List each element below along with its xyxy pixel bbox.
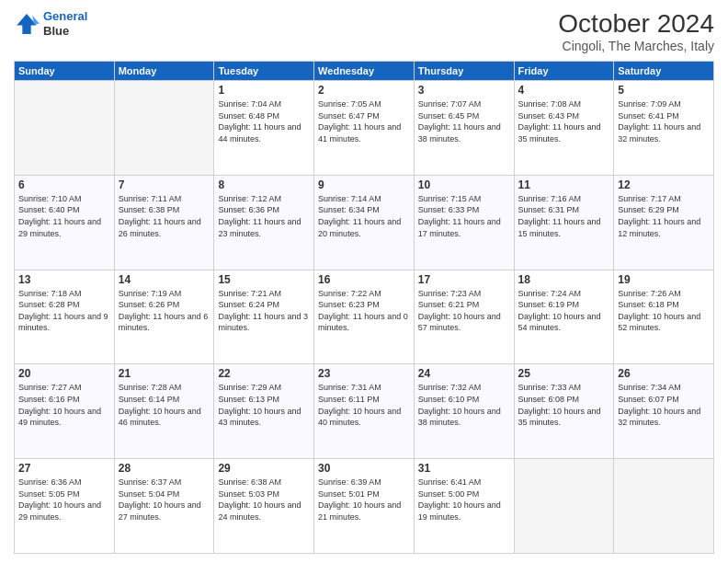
- calendar-cell: 27Sunrise: 6:36 AM Sunset: 5:05 PM Dayli…: [15, 459, 115, 554]
- day-number: 22: [218, 367, 310, 380]
- logo-line1: General: [43, 9, 87, 23]
- day-info: Sunrise: 6:41 AM Sunset: 5:00 PM Dayligh…: [418, 477, 510, 523]
- day-info: Sunrise: 7:32 AM Sunset: 6:10 PM Dayligh…: [418, 382, 510, 428]
- calendar-cell: 15Sunrise: 7:21 AM Sunset: 6:24 PM Dayli…: [214, 270, 314, 364]
- day-info: Sunrise: 7:14 AM Sunset: 6:34 PM Dayligh…: [318, 193, 410, 239]
- day-number: 8: [218, 178, 310, 191]
- day-info: Sunrise: 7:34 AM Sunset: 6:07 PM Dayligh…: [618, 382, 710, 428]
- day-number: 29: [218, 462, 310, 475]
- calendar-cell: 1Sunrise: 7:04 AM Sunset: 6:48 PM Daylig…: [214, 81, 314, 176]
- day-number: 13: [18, 273, 110, 286]
- calendar-cell: 26Sunrise: 7:34 AM Sunset: 6:07 PM Dayli…: [614, 364, 714, 459]
- calendar-week-1: 1Sunrise: 7:04 AM Sunset: 6:48 PM Daylig…: [15, 81, 714, 176]
- calendar-cell: 4Sunrise: 7:08 AM Sunset: 6:43 PM Daylig…: [514, 81, 614, 176]
- day-number: 26: [618, 367, 710, 380]
- calendar-cell: [15, 81, 115, 176]
- day-number: 5: [618, 84, 710, 97]
- day-number: 12: [618, 178, 710, 191]
- day-number: 2: [318, 84, 410, 97]
- day-number: 9: [318, 178, 410, 191]
- calendar-week-5: 27Sunrise: 6:36 AM Sunset: 5:05 PM Dayli…: [15, 459, 714, 554]
- calendar-week-4: 20Sunrise: 7:27 AM Sunset: 6:16 PM Dayli…: [15, 364, 714, 459]
- day-info: Sunrise: 6:39 AM Sunset: 5:01 PM Dayligh…: [318, 477, 410, 523]
- day-info: Sunrise: 7:24 AM Sunset: 6:19 PM Dayligh…: [518, 288, 610, 334]
- day-number: 11: [518, 178, 610, 191]
- day-info: Sunrise: 7:23 AM Sunset: 6:21 PM Dayligh…: [418, 288, 510, 334]
- day-number: 16: [318, 273, 410, 286]
- day-number: 18: [518, 273, 610, 286]
- calendar-cell: 24Sunrise: 7:32 AM Sunset: 6:10 PM Dayli…: [414, 364, 514, 459]
- weekday-header-thursday: Thursday: [414, 62, 514, 81]
- day-info: Sunrise: 7:27 AM Sunset: 6:16 PM Dayligh…: [18, 382, 110, 428]
- calendar-cell: 23Sunrise: 7:31 AM Sunset: 6:11 PM Dayli…: [314, 364, 415, 459]
- weekday-header-friday: Friday: [514, 62, 614, 81]
- day-number: 20: [18, 367, 110, 380]
- calendar-cell: 7Sunrise: 7:11 AM Sunset: 6:38 PM Daylig…: [114, 175, 214, 270]
- calendar-cell: 10Sunrise: 7:15 AM Sunset: 6:33 PM Dayli…: [414, 175, 514, 270]
- day-info: Sunrise: 7:21 AM Sunset: 6:24 PM Dayligh…: [218, 288, 310, 334]
- weekday-header-saturday: Saturday: [614, 62, 714, 81]
- logo-icon: [14, 11, 40, 37]
- title-block: October 2024 Cingoli, The Marches, Italy: [558, 9, 714, 53]
- logo: General Blue: [14, 9, 87, 38]
- location-title: Cingoli, The Marches, Italy: [558, 39, 714, 53]
- weekday-header-monday: Monday: [114, 62, 214, 81]
- logo-text: General Blue: [43, 9, 87, 38]
- calendar-cell: 18Sunrise: 7:24 AM Sunset: 6:19 PM Dayli…: [514, 270, 614, 364]
- day-info: Sunrise: 7:16 AM Sunset: 6:31 PM Dayligh…: [518, 193, 610, 239]
- day-info: Sunrise: 7:22 AM Sunset: 6:23 PM Dayligh…: [318, 288, 410, 334]
- day-number: 7: [119, 178, 210, 191]
- day-info: Sunrise: 6:36 AM Sunset: 5:05 PM Dayligh…: [18, 477, 110, 523]
- day-number: 19: [618, 273, 710, 286]
- calendar-cell: 16Sunrise: 7:22 AM Sunset: 6:23 PM Dayli…: [314, 270, 415, 364]
- calendar-cell: 11Sunrise: 7:16 AM Sunset: 6:31 PM Dayli…: [514, 175, 614, 270]
- day-number: 23: [318, 367, 410, 380]
- calendar-week-3: 13Sunrise: 7:18 AM Sunset: 6:28 PM Dayli…: [15, 270, 714, 364]
- day-number: 14: [119, 273, 210, 286]
- day-info: Sunrise: 7:11 AM Sunset: 6:38 PM Dayligh…: [119, 193, 210, 239]
- calendar-cell: 12Sunrise: 7:17 AM Sunset: 6:29 PM Dayli…: [614, 175, 714, 270]
- day-info: Sunrise: 7:09 AM Sunset: 6:41 PM Dayligh…: [618, 98, 710, 144]
- calendar-cell: 3Sunrise: 7:07 AM Sunset: 6:45 PM Daylig…: [414, 81, 514, 176]
- weekday-header-sunday: Sunday: [15, 62, 115, 81]
- day-number: 6: [18, 178, 110, 191]
- day-number: 24: [418, 367, 510, 380]
- day-number: 31: [418, 462, 510, 475]
- month-title: October 2024: [558, 9, 714, 39]
- calendar-cell: 21Sunrise: 7:28 AM Sunset: 6:14 PM Dayli…: [114, 364, 214, 459]
- day-info: Sunrise: 7:28 AM Sunset: 6:14 PM Dayligh…: [119, 382, 210, 428]
- calendar-cell: 25Sunrise: 7:33 AM Sunset: 6:08 PM Dayli…: [514, 364, 614, 459]
- calendar-week-2: 6Sunrise: 7:10 AM Sunset: 6:40 PM Daylig…: [15, 175, 714, 270]
- day-info: Sunrise: 7:26 AM Sunset: 6:18 PM Dayligh…: [618, 288, 710, 334]
- weekday-header-wednesday: Wednesday: [314, 62, 415, 81]
- day-info: Sunrise: 7:15 AM Sunset: 6:33 PM Dayligh…: [418, 193, 510, 239]
- header: General Blue October 2024 Cingoli, The M…: [14, 9, 714, 53]
- day-number: 30: [318, 462, 410, 475]
- day-info: Sunrise: 7:18 AM Sunset: 6:28 PM Dayligh…: [18, 288, 110, 334]
- calendar-cell: 29Sunrise: 6:38 AM Sunset: 5:03 PM Dayli…: [214, 459, 314, 554]
- calendar-cell: 9Sunrise: 7:14 AM Sunset: 6:34 PM Daylig…: [314, 175, 415, 270]
- calendar-cell: 19Sunrise: 7:26 AM Sunset: 6:18 PM Dayli…: [614, 270, 714, 364]
- calendar-cell: 31Sunrise: 6:41 AM Sunset: 5:00 PM Dayli…: [414, 459, 514, 554]
- day-info: Sunrise: 7:17 AM Sunset: 6:29 PM Dayligh…: [618, 193, 710, 239]
- day-info: Sunrise: 7:31 AM Sunset: 6:11 PM Dayligh…: [318, 382, 410, 428]
- calendar-cell: [114, 81, 214, 176]
- calendar-cell: 14Sunrise: 7:19 AM Sunset: 6:26 PM Dayli…: [114, 270, 214, 364]
- weekday-header-tuesday: Tuesday: [214, 62, 314, 81]
- day-info: Sunrise: 7:19 AM Sunset: 6:26 PM Dayligh…: [119, 288, 210, 334]
- calendar-cell: 8Sunrise: 7:12 AM Sunset: 6:36 PM Daylig…: [214, 175, 314, 270]
- day-info: Sunrise: 7:12 AM Sunset: 6:36 PM Dayligh…: [218, 193, 310, 239]
- calendar-cell: 2Sunrise: 7:05 AM Sunset: 6:47 PM Daylig…: [314, 81, 415, 176]
- calendar-cell: 6Sunrise: 7:10 AM Sunset: 6:40 PM Daylig…: [15, 175, 115, 270]
- calendar-cell: 28Sunrise: 6:37 AM Sunset: 5:04 PM Dayli…: [114, 459, 214, 554]
- calendar: SundayMondayTuesdayWednesdayThursdayFrid…: [14, 61, 714, 554]
- calendar-cell: 13Sunrise: 7:18 AM Sunset: 6:28 PM Dayli…: [15, 270, 115, 364]
- day-number: 21: [119, 367, 210, 380]
- day-info: Sunrise: 6:37 AM Sunset: 5:04 PM Dayligh…: [119, 477, 210, 523]
- day-number: 28: [119, 462, 210, 475]
- day-number: 25: [518, 367, 610, 380]
- day-info: Sunrise: 7:07 AM Sunset: 6:45 PM Dayligh…: [418, 98, 510, 144]
- day-number: 10: [418, 178, 510, 191]
- day-info: Sunrise: 7:08 AM Sunset: 6:43 PM Dayligh…: [518, 98, 610, 144]
- calendar-cell: [614, 459, 714, 554]
